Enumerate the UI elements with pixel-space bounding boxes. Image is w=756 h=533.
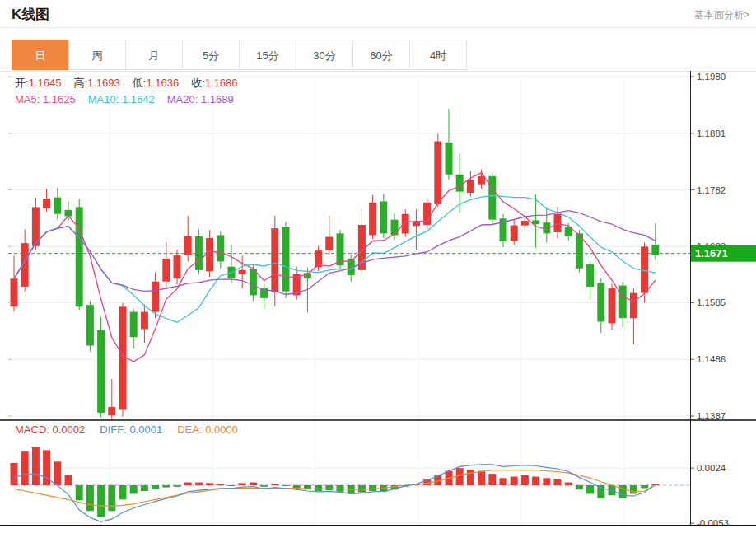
axis-tick-label: 1.1980 (697, 72, 726, 82)
candle-body (97, 330, 105, 413)
ma10-value: 1.1642 (122, 93, 155, 105)
ma20-item: MA20: 1.1689 (167, 91, 234, 108)
close-value: 1.1686 (205, 77, 238, 89)
open-value: 1.1645 (29, 77, 62, 89)
current-price-value: 1.1671 (695, 247, 728, 259)
diff-item: DIFF: 0.0001 (100, 423, 162, 436)
candle-body (239, 270, 246, 274)
axis-tick-label: 1.1387 (697, 411, 726, 421)
tab-5min[interactable]: 5分 (182, 40, 240, 70)
tab-30min[interactable]: 30分 (296, 40, 353, 70)
candle-body (630, 293, 637, 319)
open-item: 开:1.1645 (15, 75, 61, 91)
candle-body (434, 142, 441, 204)
dea-value: 0.0000 (205, 423, 238, 436)
period-tabbar: 日 周 月 5分 15分 30分 60分 4时 (12, 40, 467, 70)
candle-body (511, 226, 518, 241)
candle-body (325, 237, 333, 251)
ohlc-row: 开:1.1645 高:1.1693 低:1.1636 收:1.1686 (15, 75, 238, 91)
tab-15min[interactable]: 15分 (239, 40, 296, 70)
ma5-item: MA5: 1.1625 (15, 91, 76, 108)
candle-body (586, 264, 594, 287)
candle-body (402, 214, 409, 234)
candle-body (391, 220, 399, 236)
fundamental-analysis-link[interactable]: 基本面分析> (694, 8, 749, 22)
header-divider (0, 27, 756, 28)
axis-tick-label: 1.1881 (697, 129, 726, 138)
candle-body (521, 221, 529, 226)
macd-value: 0.0002 (53, 423, 86, 436)
candle-body (162, 259, 170, 282)
candle-body (446, 143, 453, 175)
ohlc-infobar: 开:1.1645 高:1.1693 低:1.1636 收:1.1686 MA5:… (15, 75, 238, 108)
tab-daily[interactable]: 日 (12, 40, 69, 70)
dea-item: DEA: 0.0000 (177, 423, 238, 436)
candle-body (217, 235, 224, 261)
low-item: 低:1.1636 (133, 75, 179, 91)
candle-body (174, 255, 181, 278)
candle-body (130, 312, 138, 338)
candle-body (206, 238, 213, 271)
candle-body (282, 227, 290, 292)
candle-body (467, 180, 474, 193)
candle-body (597, 283, 604, 321)
high-value: 1.1693 (87, 77, 120, 89)
candle-body (76, 207, 83, 306)
macd-item: MACD: 0.0002 (15, 423, 85, 436)
tab-monthly[interactable]: 月 (125, 40, 183, 70)
page-title: K线图 (12, 5, 49, 24)
candle-body (413, 222, 420, 227)
candle-body (54, 198, 61, 214)
candle-body (271, 228, 278, 292)
ma-row: MA5: 1.1625 MA10: 1.1642 MA20: 1.1689 (15, 91, 238, 108)
axis-tick-label: 1.1782 (697, 185, 726, 195)
tab-weekly[interactable]: 周 (68, 40, 126, 70)
tab-4hour[interactable]: 4时 (409, 40, 467, 70)
axis-tick-label: 0.0024 (697, 463, 726, 473)
axis-tick-label: 1.1486 (697, 354, 726, 364)
diff-value: 0.0001 (129, 423, 162, 436)
ma20-value: 1.1689 (201, 93, 234, 105)
tab-60min[interactable]: 60分 (352, 40, 410, 70)
candle-body (369, 203, 376, 236)
candle-body (141, 312, 148, 330)
axis-tick-label: 1.1585 (697, 297, 726, 307)
candle-body (86, 305, 94, 345)
low-value: 1.1636 (146, 77, 179, 89)
candle-body (250, 269, 257, 295)
candle-body (152, 282, 159, 312)
macd-infobar: MACD: 0.0002 DIFF: 0.0001 DEA: 0.0000 (15, 423, 238, 436)
candle-body (380, 201, 387, 233)
candle-body (108, 407, 115, 415)
candle-body (184, 236, 192, 255)
candle-body (609, 288, 616, 323)
kline-page: K线图 基本面分析> 日 周 月 5分 15分 30分 60分 4时 1.198… (0, 0, 756, 533)
candle-body (119, 306, 127, 409)
close-item: 收:1.1686 (191, 75, 237, 91)
ma5-value: 1.1625 (43, 93, 76, 105)
ma10-item: MA10: 1.1642 (88, 91, 155, 108)
candle-body (488, 176, 496, 220)
ma5-line (14, 173, 656, 362)
kline-chart[interactable]: 1.19801.18811.17821.16831.15851.14861.13… (0, 71, 756, 533)
candle-body (619, 286, 627, 319)
axis-tick-label: -0.0053 (697, 518, 729, 528)
candle-body (43, 199, 50, 208)
high-item: 高:1.1693 (73, 75, 119, 91)
candle-body (456, 175, 464, 192)
